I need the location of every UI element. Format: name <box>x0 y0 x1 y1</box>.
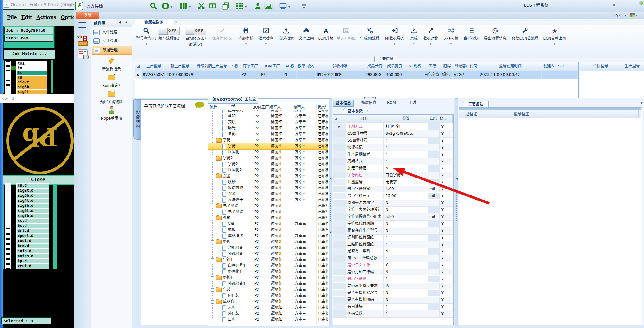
cell[interactable]: P2 <box>241 71 260 79</box>
param-val[interactable]: N <box>384 290 428 296</box>
cell[interactable]: IPC-6012 III级 <box>316 71 364 79</box>
layer-row[interactable]: cs <box>4 75 51 80</box>
param-col-header[interactable]: 项目 <box>346 115 384 123</box>
expander-icon[interactable]: - <box>211 175 214 178</box>
more-tools-icon[interactable] <box>300 2 308 10</box>
param-unit[interactable] <box>428 290 440 296</box>
cell[interactable]: 绿色 <box>441 71 453 79</box>
param-item[interactable]: 周期是否为阴字 <box>346 200 384 206</box>
param-item[interactable]: 有白油块 <box>346 303 384 310</box>
layer-row[interactable]: sig5b.d <box>4 203 53 208</box>
param-row-字符上表面处理设计[interactable]: 字符上表面处理设计NY <box>333 206 453 214</box>
param-mod[interactable]: Y <box>440 290 446 296</box>
tree-row-终检1[interactable]: -终检1P2谭丽红方幸幸已审核 <box>208 275 328 281</box>
layer-name[interactable]: sig6t.d <box>16 208 49 213</box>
layer-name[interactable]: sig5b.d <box>16 203 49 208</box>
param-row-明码位数[interactable]: 明码位数/Y <box>333 310 453 318</box>
param-col-header[interactable]: 参数 <box>384 115 429 123</box>
layer-checkbox[interactable] <box>6 244 10 249</box>
param-end[interactable] <box>446 144 452 151</box>
layer-name[interactable]: sig2t <box>16 80 47 85</box>
layer-checkbox[interactable] <box>6 71 10 76</box>
param-mod[interactable]: Y <box>440 206 446 213</box>
col-header[interactable]: 板材 <box>306 62 316 71</box>
dropdown-icon[interactable]: ▾ <box>245 5 247 8</box>
param-end[interactable] <box>446 310 452 317</box>
param-row-是否有增加明码[interactable]: 是否有增加明码NY <box>333 297 453 304</box>
param-item[interactable]: 字符框代替周期 <box>346 220 384 227</box>
layer-name[interactable]: tp.d <box>16 259 49 264</box>
param-end[interactable] <box>446 179 452 185</box>
layer-row[interactable]: cs.d <box>4 183 53 188</box>
expander-icon[interactable]: - <box>211 258 214 262</box>
param-unit[interactable] <box>428 172 440 178</box>
user-icon[interactable] <box>254 2 262 10</box>
layer-name[interactable]: npdrl.d <box>16 234 49 239</box>
param-val[interactable]: / <box>384 158 428 165</box>
yx-factory-icon[interactable]: YX <box>77 35 88 46</box>
param-val[interactable]: / <box>384 303 428 310</box>
collapse-handle[interactable]: ▼ ········· ▼ <box>364 96 427 99</box>
tab-basic-params[interactable]: 基本参数 <box>342 108 368 115</box>
layer-row[interactable]: brd.d <box>4 244 53 248</box>
tree-row-成品仓[interactable]: -成品仓P2谭丽红方幸幸已审核 <box>208 299 328 305</box>
ribbon-修复ECN丢流程[interactable]: 修复ECN丢流程 <box>510 27 540 41</box>
col-header[interactable]: 字符 <box>423 62 441 71</box>
param-val[interactable]: / <box>384 137 428 144</box>
layer-name[interactable]: sig4t.d <box>16 198 49 203</box>
param-item[interactable]: 周期格式 <box>346 158 384 165</box>
param-unit[interactable] <box>428 310 440 317</box>
ribbon-保存信息(S)[interactable]: ✓保存信息(S) <box>210 27 235 41</box>
param-unit[interactable] <box>428 165 440 172</box>
cell[interactable]: N <box>283 71 297 79</box>
param-end[interactable] <box>446 123 452 130</box>
param-val[interactable]: N <box>384 248 428 255</box>
param-end[interactable] <box>446 151 452 158</box>
layer-checkbox[interactable] <box>6 199 10 203</box>
param-mod[interactable]: Y <box>440 310 446 317</box>
tree-row-终检[interactable]: -终检P2谭丽红方幸幸已审核 <box>208 239 328 245</box>
param-val[interactable]: / <box>384 255 428 262</box>
param-item[interactable]: 最小字符线宽 <box>346 186 384 192</box>
layer-checkbox[interactable] <box>6 219 10 223</box>
layer-row[interactable]: sig3b <box>4 85 51 89</box>
param-val[interactable]: / <box>384 241 428 248</box>
tree-row-显影[interactable]: 显影P2谭丽红方幸幸已审核 <box>208 131 328 137</box>
tree-row-电子测试[interactable]: -电子测试P2谭丽红已编写 <box>208 203 328 209</box>
param-mod[interactable]: Y <box>440 297 446 303</box>
col-header[interactable]: 型号创建时间 <box>479 62 542 71</box>
layer-name[interactable]: ts <box>16 71 47 76</box>
expander-icon[interactable]: - <box>211 300 214 304</box>
layer-name[interactable]: to1 <box>16 61 47 66</box>
col-header[interactable]: BOM工厂 <box>260 62 284 71</box>
param-row-油墨型号[interactable]: 油墨型号无要求Y <box>333 179 453 186</box>
layer-row[interactable]: tp.d <box>4 259 53 263</box>
window-menu-icon[interactable]: ≡ <box>605 3 609 7</box>
param-mod[interactable]: Y <box>440 220 446 227</box>
param-item[interactable]: 是否有增加批次号 <box>346 290 384 296</box>
param-end[interactable] <box>446 220 452 227</box>
tree-row-内包装[interactable]: 内包装P2谭丽红方幸幸已审核 <box>208 293 328 299</box>
layer-checkbox[interactable] <box>6 184 10 188</box>
layer-row[interactable]: to <box>4 66 51 71</box>
layer-row[interactable]: ts <box>4 71 51 75</box>
param-end[interactable] <box>446 241 452 248</box>
col-header[interactable]: AB板 <box>283 62 297 71</box>
param-val[interactable]: / <box>384 144 428 151</box>
col-header[interactable]: 终端客户代码 <box>453 62 479 71</box>
param-mod[interactable]: Y <box>440 255 446 262</box>
tree-col-2[interactable]: 编写人 <box>269 104 281 110</box>
param-row-二维码位置图纸[interactable]: 二维码位置图纸/Y <box>333 241 453 248</box>
action-0[interactable]: 新流程指示 <box>91 56 132 71</box>
param-mod[interactable]: Y <box>440 179 446 185</box>
param-mod[interactable]: Y <box>440 234 446 241</box>
layer-name[interactable]: info.d <box>16 249 49 254</box>
param-mod[interactable]: Y <box>440 213 446 220</box>
param-row-印刷方式[interactable]: ▶印刷方式打印字符Y <box>333 123 453 131</box>
ribbon-重选开料图[interactable]: 重选开料图 <box>336 27 357 41</box>
layer-name[interactable]: sig7b.d <box>16 213 49 218</box>
remark-col-工艺备注[interactable]: 工艺备注 <box>459 110 511 118</box>
param-item[interactable]: 字符到焊盘最小距离 <box>346 213 384 220</box>
param-row-每PNL二维码总数[interactable]: 每PNL二维码总数/Y <box>333 255 453 262</box>
ribbon-启动修改(E)[interactable]: OFF启动修改(E)取消(Z) <box>183 27 208 47</box>
